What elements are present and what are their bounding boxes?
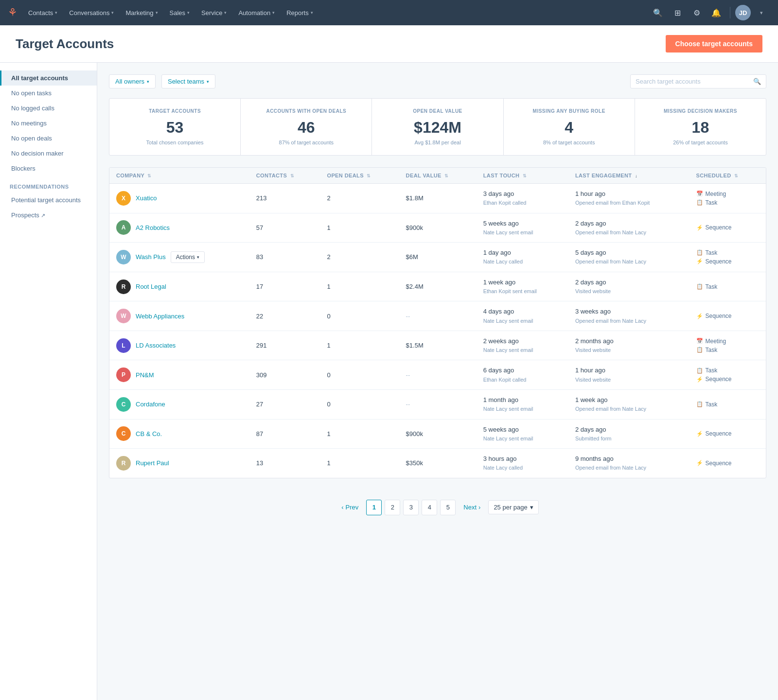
scheduled-item[interactable]: ⚡Sequence — [696, 460, 760, 467]
per-page-selector[interactable]: 25 per page ▾ — [488, 500, 538, 514]
col-scheduled[interactable]: SCHEDULED ⇅ — [690, 168, 766, 184]
nav-automation[interactable]: Automation ▾ — [233, 6, 280, 19]
scheduled-item[interactable]: 📋Task — [696, 401, 760, 408]
company-name[interactable]: Wash Plus — [136, 253, 166, 261]
scheduled-cell: 📋Task — [690, 272, 766, 301]
search-icon: 🔍 — [753, 78, 761, 85]
sales-chevron-icon: ▾ — [187, 10, 190, 15]
scheduled-item-icon: 📋 — [696, 401, 703, 407]
company-name[interactable]: A2 Robotics — [136, 224, 170, 231]
company-name[interactable]: Cordafone — [136, 401, 165, 408]
col-deal-value[interactable]: DEAL VALUE ⇅ — [399, 168, 477, 184]
per-page-chevron-icon: ▾ — [530, 504, 533, 511]
user-avatar[interactable]: JD — [735, 5, 751, 20]
col-contacts[interactable]: CONTACTS ⇅ — [249, 168, 320, 184]
scheduled-item[interactable]: 📋Task — [696, 347, 760, 353]
stat-accounts-open-deals-value: 46 — [248, 119, 364, 137]
company-name[interactable]: PN&M — [136, 371, 154, 379]
open-deals-cell: 0 — [320, 390, 399, 420]
account-chevron-icon[interactable]: ▾ — [753, 4, 770, 21]
contacts-cell: 291 — [249, 331, 320, 360]
search-nav-icon[interactable]: 🔍 — [649, 4, 667, 21]
col-last-touch[interactable]: LAST TOUCH ⇅ — [477, 168, 568, 184]
company-cell-8: CCordafone — [109, 390, 249, 420]
hubspot-logo[interactable]: ⚘ — [8, 6, 18, 19]
nav-reports[interactable]: Reports ▾ — [282, 6, 318, 19]
select-teams-filter[interactable]: Select teams ▾ — [161, 74, 215, 88]
sidebar-item-no-logged-calls[interactable]: No logged calls — [0, 101, 97, 116]
table-row: RRupert Paul131$350k3 hours agoNate Lacy… — [109, 449, 766, 478]
scheduled-item[interactable]: ⚡Sequence — [696, 313, 760, 319]
table-row: LLD Associates2911$1.5M2 weeks agoNate L… — [109, 331, 766, 360]
sidebar-item-no-decision-maker[interactable]: No decision maker — [0, 146, 97, 161]
sidebar-item-no-open-deals[interactable]: No open deals — [0, 131, 97, 146]
all-owners-filter[interactable]: All owners ▾ — [109, 74, 156, 88]
sidebar-item-blockers[interactable]: Blockers — [0, 161, 97, 176]
scheduled-item[interactable]: 📋Task — [696, 367, 760, 374]
top-navigation: ⚘ Contacts ▾ Conversations ▾ Marketing ▾… — [0, 0, 778, 25]
contacts-cell: 87 — [249, 419, 320, 449]
nav-divider — [730, 7, 730, 18]
deal-value-cell: $6M — [399, 243, 477, 272]
recommendations-section-title: Recommendations — [0, 176, 97, 192]
sidebar-item-no-meetings[interactable]: No meetings — [0, 116, 97, 131]
apps-icon[interactable]: ⊞ — [669, 4, 686, 21]
company-name[interactable]: Root Legal — [136, 283, 166, 290]
scheduled-item-icon: 📋 — [696, 368, 703, 374]
col-company[interactable]: COMPANY ⇅ — [109, 168, 249, 184]
search-input[interactable] — [636, 78, 753, 85]
scheduled-cell: 📋Task — [690, 390, 766, 420]
notifications-icon[interactable]: 🔔 — [707, 4, 725, 21]
company-avatar: R — [116, 280, 131, 294]
company-name[interactable]: Xuatico — [136, 194, 157, 202]
sidebar-item-prospects[interactable]: Prospects ↗ — [0, 208, 97, 223]
sidebar-item-all-target-accounts[interactable]: All target accounts — [0, 70, 97, 86]
filters-row: All owners ▾ Select teams ▾ 🔍 — [109, 74, 766, 88]
sidebar-item-potential-target-accounts[interactable]: Potential target accounts — [0, 192, 97, 208]
choose-target-accounts-button[interactable]: Choose target accounts — [666, 35, 762, 52]
company-name[interactable]: Webb Appliances — [136, 313, 184, 320]
company-avatar: P — [116, 368, 131, 382]
contacts-chevron-icon: ▾ — [55, 10, 57, 15]
scheduled-cell: 📋Task⚡Sequence — [690, 360, 766, 390]
sidebar-item-no-open-tasks[interactable]: No open tasks — [0, 86, 97, 101]
actions-button[interactable]: Actions ▾ — [171, 251, 205, 263]
company-name[interactable]: Rupert Paul — [136, 459, 169, 467]
stat-missing-buying-role-value: 4 — [512, 119, 627, 137]
col-open-deals[interactable]: OPEN DEALS ⇅ — [320, 168, 399, 184]
page-3-button[interactable]: 3 — [403, 500, 419, 515]
scheduled-item[interactable]: 📋Task — [696, 283, 760, 290]
page-5-button[interactable]: 5 — [440, 500, 456, 515]
scheduled-item[interactable]: ⚡Sequence — [696, 430, 760, 437]
next-page-button[interactable]: Next › — [459, 501, 485, 514]
scheduled-item[interactable]: ⚡Sequence — [696, 258, 760, 265]
stat-target-accounts-label: TARGET ACCOUNTS — [117, 108, 232, 114]
company-name[interactable]: LD Associates — [136, 342, 176, 349]
prev-page-button[interactable]: ‹ Prev — [336, 501, 363, 514]
company-name[interactable]: CB & Co. — [136, 430, 162, 438]
scheduled-item[interactable]: 📅Meeting — [696, 191, 760, 197]
nav-marketing[interactable]: Marketing ▾ — [121, 6, 162, 19]
scheduled-item[interactable]: ⚡Sequence — [696, 224, 760, 231]
scheduled-item[interactable]: 📋Task — [696, 199, 760, 206]
scheduled-item[interactable]: 📋Task — [696, 249, 760, 256]
nav-sales[interactable]: Sales ▾ — [165, 6, 195, 19]
scheduled-item[interactable]: 📅Meeting — [696, 338, 760, 345]
automation-chevron-icon: ▾ — [272, 10, 275, 15]
company-avatar: X — [116, 191, 131, 206]
table-row: AA2 Robotics571$900k5 weeks agoNate Lacy… — [109, 213, 766, 243]
scheduled-item[interactable]: ⚡Sequence — [696, 376, 760, 383]
company-avatar: C — [116, 397, 131, 412]
page-1-button[interactable]: 1 — [366, 500, 382, 515]
nav-contacts[interactable]: Contacts ▾ — [23, 6, 62, 19]
page-2-button[interactable]: 2 — [385, 500, 400, 515]
marketing-chevron-icon: ▾ — [156, 10, 158, 15]
page-4-button[interactable]: 4 — [422, 500, 437, 515]
search-target-accounts[interactable]: 🔍 — [630, 74, 766, 88]
col-last-engagement[interactable]: LAST ENGAGEMENT ↓ — [568, 168, 690, 184]
settings-icon[interactable]: ⚙ — [688, 4, 706, 21]
stat-target-accounts-value: 53 — [117, 119, 232, 137]
scheduled-item-icon: 📋 — [696, 199, 703, 206]
nav-service[interactable]: Service ▾ — [196, 6, 231, 19]
nav-conversations[interactable]: Conversations ▾ — [64, 6, 119, 19]
